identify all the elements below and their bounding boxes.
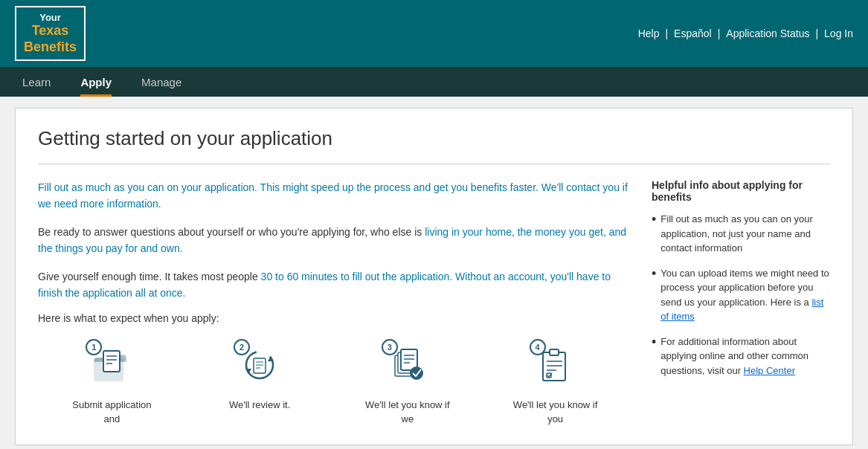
- steps-intro-text: Here is what to expect when you apply:: [38, 312, 219, 324]
- main-nav: Learn Apply Manage: [0, 67, 868, 97]
- page-title: Getting started on your application: [38, 127, 830, 150]
- step-3: 3 W: [334, 339, 482, 425]
- logo-your: Your: [39, 12, 61, 24]
- step-2-label: We'll review it.: [229, 398, 290, 412]
- sidebar-item-1: • Fill out as much as you can on your ap…: [652, 212, 830, 256]
- paragraph-3: Give yourself enough time. It takes most…: [38, 268, 629, 302]
- sidebar-text-3: For additional information about applyin…: [660, 335, 830, 378]
- divider-1: |: [665, 28, 668, 39]
- step-2: 2 We'll review it.: [186, 339, 334, 425]
- steps-intro: Here is what to expect when you apply:: [38, 312, 629, 324]
- sidebar-item-3: • For additional information about apply…: [652, 335, 830, 378]
- bullet-2: •: [652, 267, 656, 324]
- step-1-icon-wrap: 1: [86, 339, 138, 391]
- paragraph-2: Be ready to answer questions about yours…: [38, 224, 629, 257]
- main-content: Getting started on your application Fill…: [15, 108, 853, 445]
- sidebar-item-2: • You can upload items we might need to …: [652, 266, 830, 324]
- nav-manage[interactable]: Manage: [126, 67, 196, 97]
- step-4-number: 4: [530, 339, 546, 355]
- steps-row: 1 Submit application and: [38, 339, 629, 425]
- step-4-label: We'll let you know if you: [507, 398, 604, 425]
- section-divider: [38, 164, 830, 164]
- step-1-label: Submit application and: [63, 398, 160, 425]
- logo[interactable]: Your Texas Benefits: [15, 6, 86, 62]
- p3-text: Give yourself enough time. It takes most…: [38, 271, 261, 282]
- step-4: 4: [481, 339, 629, 425]
- main-left: Fill out as much as you can on your appl…: [38, 179, 629, 426]
- nav-learn[interactable]: Learn: [7, 67, 65, 97]
- bullet-1: •: [652, 213, 656, 256]
- sidebar-text-2: You can upload items we might need to pr…: [660, 266, 830, 324]
- svg-marker-6: [268, 356, 274, 361]
- app-status-link[interactable]: Application Status: [726, 28, 809, 39]
- step-3-icon-wrap: 3: [382, 339, 434, 391]
- login-link[interactable]: Log In: [824, 28, 853, 39]
- svg-rect-20: [550, 349, 559, 355]
- list-of-items-link[interactable]: list of items: [660, 297, 823, 323]
- help-link[interactable]: Help: [638, 28, 660, 39]
- p1-text: Fill out as: [38, 181, 86, 193]
- svg-rect-1: [103, 351, 120, 372]
- header: Your Texas Benefits Help | Español | App…: [0, 0, 868, 67]
- divider-2: |: [718, 28, 721, 39]
- header-nav: Help | Español | Application Status | Lo…: [638, 28, 853, 39]
- p2-text: Be ready to answer questions about yours…: [38, 226, 425, 238]
- step-1: 1 Submit application and: [38, 339, 186, 425]
- svg-point-18: [410, 366, 423, 380]
- logo-texas: Texas: [32, 23, 69, 39]
- help-center-link[interactable]: Help Center: [744, 365, 795, 376]
- sidebar-text-1: Fill out as much as you can on your appl…: [660, 212, 830, 256]
- espanol-link[interactable]: Español: [674, 28, 712, 39]
- nav-apply[interactable]: Apply: [65, 67, 126, 97]
- step-3-label: We'll let you know if we: [359, 398, 456, 425]
- paragraph-1: Fill out as much as you can on your appl…: [38, 179, 629, 213]
- logo-benefits: Benefits: [24, 39, 77, 56]
- svg-marker-7: [245, 369, 251, 374]
- step-2-icon-wrap: 2: [234, 339, 286, 391]
- sidebar-title: Helpful info about applying for benefits: [652, 179, 830, 203]
- bullet-3: •: [652, 335, 656, 378]
- content-area: Fill out as much as you can on your appl…: [38, 179, 830, 426]
- p1-teal: much as you can on your application. Thi…: [38, 181, 628, 210]
- svg-rect-8: [254, 358, 266, 373]
- step-4-icon-wrap: 4: [530, 339, 582, 391]
- sidebar: Helpful info about applying for benefits…: [652, 179, 830, 426]
- divider-3: |: [815, 28, 818, 39]
